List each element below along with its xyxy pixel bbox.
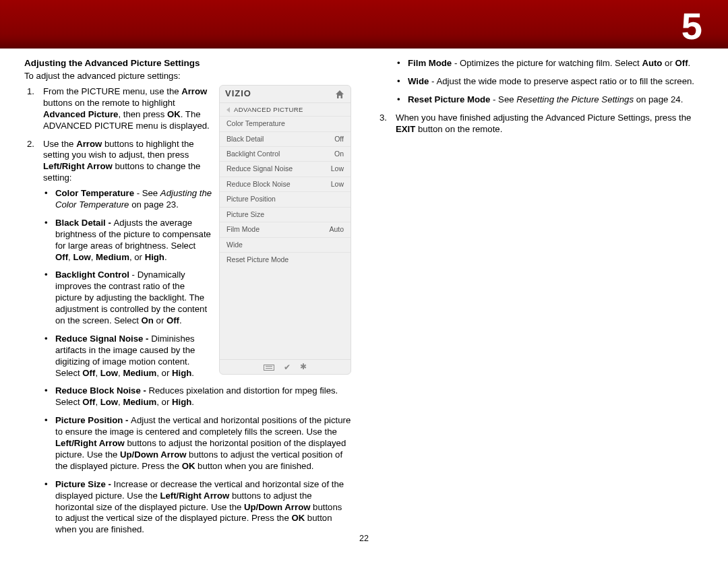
bullet-color-temperature: Color Temperature - See Adjusting the Co… bbox=[43, 188, 351, 211]
breadcrumb-label: ADVANCED PICTURE bbox=[234, 106, 303, 114]
menu-logo: VIZIO bbox=[225, 88, 251, 100]
bullet-picture-position: Picture Position - Adjust the vertical a… bbox=[43, 415, 351, 472]
section-heading: Adjusting the Advanced Picture Settings bbox=[24, 58, 351, 68]
bullet-reduce-block-noise: Reduce Block Noise - Reduces pixelation … bbox=[43, 385, 351, 408]
step-1: VIZIO ADVANCED PICTURE Color Temperature… bbox=[24, 86, 351, 132]
page-number: 22 bbox=[0, 534, 728, 543]
header-bar bbox=[0, 0, 728, 49]
bullet-reset-picture-mode: Reset Picture Mode - See Resetting the P… bbox=[396, 94, 704, 106]
bullet-reduce-signal-noise: Reduce Signal Noise - Diminishes artifac… bbox=[43, 334, 351, 379]
menu-breadcrumb: ADVANCED PICTURE bbox=[220, 103, 351, 116]
bullet-wide: Wide - Adjust the wide mode to preserve … bbox=[396, 76, 704, 88]
menu-row: Color Temperature bbox=[220, 116, 351, 131]
home-icon bbox=[334, 89, 345, 100]
step-3: When you have finished adjusting the Adv… bbox=[377, 113, 704, 135]
intro-text: To adjust the advanced picture settings: bbox=[24, 71, 351, 81]
bullet-picture-size: Picture Size - Increase or decrease the … bbox=[43, 479, 351, 536]
page-body: Adjusting the Advanced Picture Settings … bbox=[0, 55, 728, 549]
bullet-black-detail: Black Detail - Adjusts the average brigh… bbox=[43, 218, 351, 263]
back-arrow-icon bbox=[226, 107, 230, 113]
bullet-backlight-control: Backlight Control - Dynamically improves… bbox=[43, 270, 351, 326]
bullet-film-mode: Film Mode - Optimizes the picture for wa… bbox=[396, 58, 704, 69]
chapter-number: 5 bbox=[681, 4, 702, 48]
